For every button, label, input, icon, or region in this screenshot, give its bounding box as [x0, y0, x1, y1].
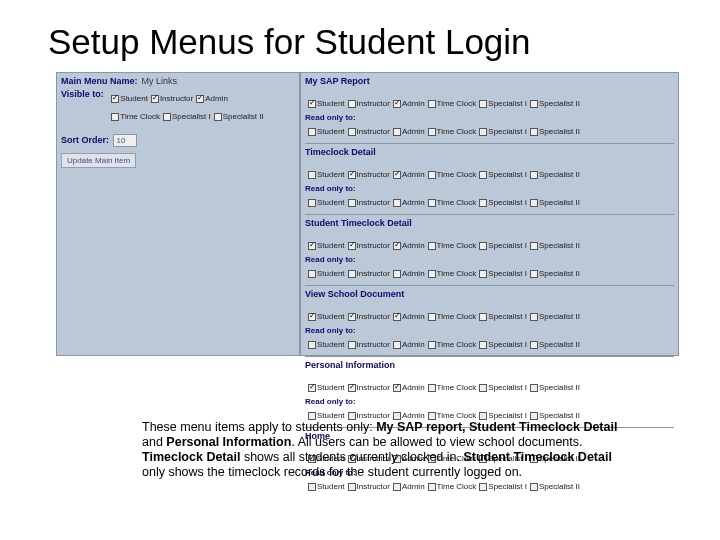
left-vis-label-instructor: Instructor [160, 94, 193, 103]
ro-3-checkbox-time-clock[interactable] [428, 341, 436, 349]
ro-2-checkbox-instructor[interactable] [348, 270, 356, 278]
vis-3-checkbox-time-clock[interactable] [428, 313, 436, 321]
vis-1-checkbox-instructor[interactable] [348, 171, 356, 179]
ro-0-checkbox-specialist-ii[interactable] [530, 128, 538, 136]
right-column: My SAP ReportStudentInstructorAdminTime … [301, 73, 678, 355]
vis-0-label-specialist-i: Specialist I [488, 99, 527, 108]
vis-1-checkbox-student[interactable] [308, 171, 316, 179]
vis-4-checkbox-admin[interactable] [393, 384, 401, 392]
ro-4-label-specialist-ii: Specialist II [539, 411, 580, 420]
ro-5-checkbox-admin[interactable] [393, 483, 401, 491]
vis-4-label-admin: Admin [402, 383, 425, 392]
vis-2-checkbox-specialist-ii[interactable] [530, 242, 538, 250]
ro-3-checkbox-admin[interactable] [393, 341, 401, 349]
ro-3-checkbox-student[interactable] [308, 341, 316, 349]
ro-5-checkbox-specialist-i[interactable] [479, 483, 487, 491]
ro-4-label-student: Student [317, 411, 345, 420]
vis-4-label-specialist-ii: Specialist II [539, 383, 580, 392]
ro-3-checkbox-specialist-ii[interactable] [530, 341, 538, 349]
vis-4-checkbox-student[interactable] [308, 384, 316, 392]
left-vis-checkbox-specialist-i[interactable] [163, 113, 171, 121]
vis-1-checkbox-admin[interactable] [393, 171, 401, 179]
ro-1-checkbox-time-clock[interactable] [428, 199, 436, 207]
vis-0-checkbox-time-clock[interactable] [428, 100, 436, 108]
ro-4-checkbox-instructor[interactable] [348, 412, 356, 420]
ro-2-checkbox-time-clock[interactable] [428, 270, 436, 278]
vis-2-checkbox-student[interactable] [308, 242, 316, 250]
ro-0-checkbox-instructor[interactable] [348, 128, 356, 136]
ro-4-checkbox-time-clock[interactable] [428, 412, 436, 420]
ro-2-checkbox-student[interactable] [308, 270, 316, 278]
ro-5-checkbox-time-clock[interactable] [428, 483, 436, 491]
left-vis-checkbox-student[interactable] [111, 95, 119, 103]
ro-5-checkbox-instructor[interactable] [348, 483, 356, 491]
ro-4-label-specialist-i: Specialist I [488, 411, 527, 420]
vis-3-checkbox-student[interactable] [308, 313, 316, 321]
ro-0-checkbox-admin[interactable] [393, 128, 401, 136]
ro-2-label-instructor: Instructor [357, 269, 390, 278]
left-vis-label-admin: Admin [205, 94, 228, 103]
ro-1-label-specialist-ii: Specialist II [539, 198, 580, 207]
vis-4-checkbox-specialist-ii[interactable] [530, 384, 538, 392]
vis-0-checkbox-instructor[interactable] [348, 100, 356, 108]
vis-2-checkbox-instructor[interactable] [348, 242, 356, 250]
vis-2-checkbox-specialist-i[interactable] [479, 242, 487, 250]
ro-3-checkbox-specialist-i[interactable] [479, 341, 487, 349]
vis-1-checkbox-time-clock[interactable] [428, 171, 436, 179]
vis-3-checkbox-specialist-i[interactable] [479, 313, 487, 321]
read-only-label: Read only to: [305, 184, 580, 193]
vis-2-label-admin: Admin [402, 241, 425, 250]
left-vis-checkbox-time-clock[interactable] [111, 113, 119, 121]
vis-3-label-instructor: Instructor [357, 312, 390, 321]
left-roles-group: StudentInstructorAdminTime ClockSpeciali… [108, 89, 268, 125]
visible-to-label: Visible to: [61, 89, 104, 99]
ro-0-label-student: Student [317, 127, 345, 136]
ro-0-checkbox-student[interactable] [308, 128, 316, 136]
vis-1-checkbox-specialist-ii[interactable] [530, 171, 538, 179]
vis-3-label-specialist-i: Specialist I [488, 312, 527, 321]
ro-1-checkbox-student[interactable] [308, 199, 316, 207]
vis-0-checkbox-specialist-ii[interactable] [530, 100, 538, 108]
ro-2-checkbox-specialist-ii[interactable] [530, 270, 538, 278]
ro-3-label-specialist-i: Specialist I [488, 340, 527, 349]
vis-1-checkbox-specialist-i[interactable] [479, 171, 487, 179]
ro-2-checkbox-admin[interactable] [393, 270, 401, 278]
vis-2-checkbox-admin[interactable] [393, 242, 401, 250]
update-main-item-button[interactable]: Update Main Item [61, 153, 136, 168]
left-vis-label-specialist-i: Specialist I [172, 112, 211, 121]
ro-0-checkbox-specialist-i[interactable] [479, 128, 487, 136]
ro-4-checkbox-specialist-ii[interactable] [530, 412, 538, 420]
vis-0-checkbox-student[interactable] [308, 100, 316, 108]
vis-4-checkbox-specialist-i[interactable] [479, 384, 487, 392]
vis-2-label-specialist-ii: Specialist II [539, 241, 580, 250]
left-vis-checkbox-admin[interactable] [196, 95, 204, 103]
vis-4-checkbox-instructor[interactable] [348, 384, 356, 392]
ro-2-label-admin: Admin [402, 269, 425, 278]
ro-4-checkbox-specialist-i[interactable] [479, 412, 487, 420]
ro-3-checkbox-instructor[interactable] [348, 341, 356, 349]
vis-2-checkbox-time-clock[interactable] [428, 242, 436, 250]
left-vis-checkbox-specialist-ii[interactable] [214, 113, 222, 121]
ro-0-label-instructor: Instructor [357, 127, 390, 136]
left-vis-checkbox-instructor[interactable] [151, 95, 159, 103]
settings-panel: Main Menu Name: My Links Visible to: Stu… [56, 72, 679, 356]
ro-2-checkbox-specialist-i[interactable] [479, 270, 487, 278]
ro-4-checkbox-admin[interactable] [393, 412, 401, 420]
ro-4-checkbox-student[interactable] [308, 412, 316, 420]
ro-5-checkbox-specialist-ii[interactable] [530, 483, 538, 491]
vis-0-checkbox-specialist-i[interactable] [479, 100, 487, 108]
sort-order-input[interactable]: 10 [113, 134, 137, 147]
vis-0-checkbox-admin[interactable] [393, 100, 401, 108]
ro-1-checkbox-specialist-i[interactable] [479, 199, 487, 207]
vis-3-checkbox-specialist-ii[interactable] [530, 313, 538, 321]
section-divider [305, 143, 674, 144]
vis-3-checkbox-instructor[interactable] [348, 313, 356, 321]
ro-5-checkbox-student[interactable] [308, 483, 316, 491]
vis-4-checkbox-time-clock[interactable] [428, 384, 436, 392]
ro-1-checkbox-instructor[interactable] [348, 199, 356, 207]
vis-3-checkbox-admin[interactable] [393, 313, 401, 321]
ro-0-checkbox-time-clock[interactable] [428, 128, 436, 136]
ro-1-checkbox-specialist-ii[interactable] [530, 199, 538, 207]
vis-1-label-time-clock: Time Clock [437, 170, 477, 179]
ro-1-checkbox-admin[interactable] [393, 199, 401, 207]
